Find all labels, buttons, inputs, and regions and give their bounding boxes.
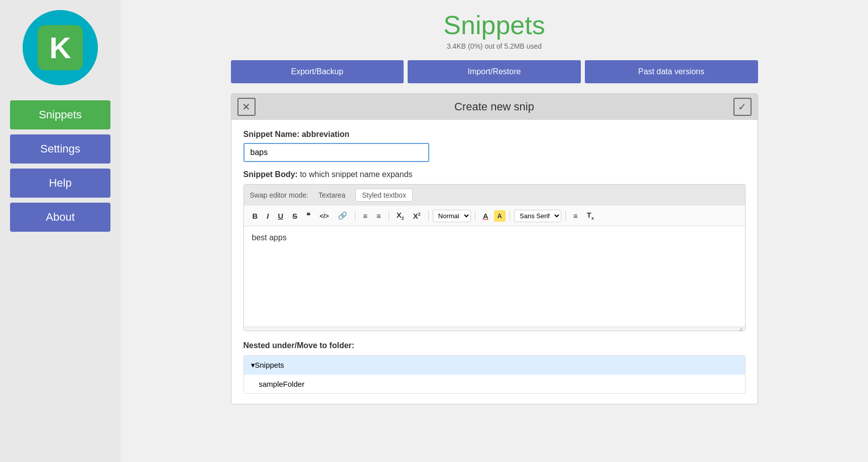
superscript-button[interactable]: X2 [410,210,424,222]
link-button[interactable]: 🔗 [334,209,351,222]
textarea-mode-button[interactable]: Textarea [312,189,351,201]
logo-k-letter: K [38,25,83,70]
folder-item-snippets-root[interactable]: ▾Snippets [244,356,745,375]
toolbar-divider-5 [510,211,510,221]
sidebar-item-snippets[interactable]: Snippets [10,100,110,129]
import-restore-button[interactable]: Import/Restore [408,60,581,83]
folder-section-label: Nested under/Move to folder: [243,341,746,350]
highlight-button[interactable]: A [494,210,506,222]
close-button[interactable]: ✕ [237,98,256,116]
editor-content-area[interactable]: best apps [244,226,745,327]
sidebar-item-help[interactable]: Help [10,169,110,198]
bold-button[interactable]: B [249,210,262,222]
strikethrough-button[interactable]: S [289,210,301,222]
font-color-button[interactable]: A [479,210,492,222]
editor-mode-bar: Swap editor mode: Textarea Styled textbo… [244,185,745,206]
snippet-body-label: Snippet Body: to which snippet name expa… [243,170,746,179]
editor-resize-handle[interactable]: ⊿ [244,327,745,331]
sidebar-item-settings[interactable]: Settings [10,134,110,164]
font-family-select[interactable]: Sans Serif [514,210,561,222]
subscript-button[interactable]: X2 [393,209,408,223]
page-title: Snippets [443,10,545,40]
past-versions-button[interactable]: Past data versions [585,60,758,83]
sidebar: K Snippets Settings Help About [0,0,120,462]
main-content: Snippets 3.4KB (0%) out of 5.2MB used Ex… [120,0,868,462]
toolbar-divider-6 [565,211,566,221]
confirm-button[interactable]: ✓ [733,98,752,116]
underline-button[interactable]: U [275,210,287,222]
action-buttons-bar: Export/Backup Import/Restore Past data v… [231,60,758,83]
snippet-name-label: Snippet Name: abbreviation [243,130,746,139]
clear-format-button[interactable]: Tx [583,209,597,223]
app-logo: K [23,10,98,85]
toolbar-divider-3 [428,211,429,221]
sidebar-item-about[interactable]: About [10,203,110,232]
heading-select[interactable]: Normal [433,210,471,222]
blockquote-button[interactable]: ❝ [303,209,314,222]
align-button[interactable]: ≡ [570,210,581,222]
styled-textbox-mode-button[interactable]: Styled textbox [355,189,413,202]
editor-toolbar: B I U S ❝ </> 🔗 ≡ ≡ X2 X2 Normal [244,206,745,226]
export-backup-button[interactable]: Export/Backup [231,60,404,83]
create-panel-title: Create new snip [256,100,733,113]
snippet-name-input[interactable] [243,143,429,162]
folder-item-sample-folder[interactable]: sampleFolder [244,375,745,393]
swap-editor-label: Swap editor mode: [250,191,309,199]
folder-tree: ▾Snippets sampleFolder [243,355,746,394]
ordered-list-button[interactable]: ≡ [359,210,371,222]
toolbar-divider-2 [389,211,389,221]
toolbar-divider-4 [475,211,475,221]
create-snip-panel: ✕ Create new snip ✓ Snippet Name: abbrev… [231,93,758,404]
create-panel-body: Snippet Name: abbreviation Snippet Body:… [231,120,758,404]
toolbar-divider-1 [355,211,355,221]
editor-container: Swap editor mode: Textarea Styled textbo… [243,184,746,331]
italic-button[interactable]: I [263,210,272,222]
unordered-list-button[interactable]: ≡ [373,210,385,222]
storage-info: 3.4KB (0%) out of 5.2MB used [447,42,542,50]
create-panel-header: ✕ Create new snip ✓ [231,94,758,120]
code-button[interactable]: </> [316,210,332,222]
